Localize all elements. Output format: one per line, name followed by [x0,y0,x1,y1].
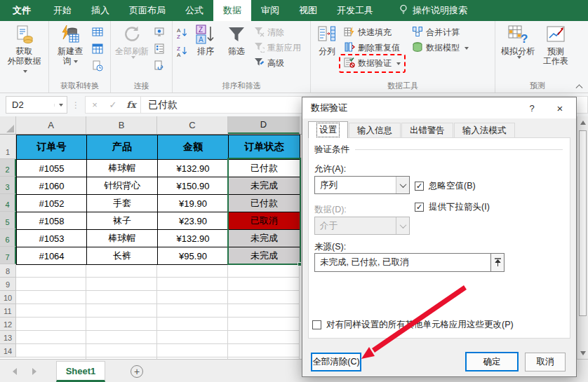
table-header-cell[interactable]: 订单状态 [229,135,300,160]
cell-b6[interactable]: 棒球帽 [87,230,158,247]
table-header-cell[interactable]: 订单号 [17,135,87,160]
cell-a5[interactable]: #1058 [17,212,87,230]
cell-d2-active[interactable]: 已付款 [229,160,300,177]
next-sheet-icon[interactable] [32,368,36,375]
row-header[interactable]: 5 [0,212,16,229]
edit-links-icon[interactable] [154,60,165,73]
cell-b7[interactable]: 长裤 [87,247,158,265]
cell-b5[interactable]: 袜子 [87,212,158,230]
collapse-dialog-button[interactable] [490,253,505,272]
advanced-filter-button[interactable]: 高级 [252,56,303,71]
tab-file[interactable]: 文件 [0,0,44,21]
sort-button[interactable]: ZA 排序 [190,24,221,56]
tab-input-message[interactable]: 输入信息 [349,123,401,138]
row-header[interactable]: 12 [0,318,16,331]
cell-b2[interactable]: 棒球帽 [87,160,158,177]
row-header[interactable]: 14 [0,344,16,357]
row-header[interactable]: 8 [0,264,16,278]
tab-developer[interactable]: 开发工具 [327,0,383,21]
confirm-entry-icon[interactable]: ✓ [104,100,122,110]
show-queries-icon[interactable] [92,27,103,39]
cell-a2[interactable]: #1055 [17,160,87,177]
cell-c7[interactable]: ¥95.90 [158,247,229,265]
scrollbar-thumb[interactable] [579,130,587,316]
tab-error-alert[interactable]: 出错警告 [401,123,453,138]
recent-sources-icon[interactable] [92,60,103,74]
refresh-all-button[interactable]: 全部刷新 [112,24,152,59]
ignore-blank-checkbox[interactable]: ✓ 忽略空值(B) [415,180,476,192]
tab-ime-mode[interactable]: 输入法模式 [454,123,515,138]
clear-all-button[interactable]: 全部清除(C) [311,353,361,371]
add-sheet-button[interactable]: + [131,365,143,378]
row-header[interactable]: 4 [0,194,16,212]
prev-sheet-icon[interactable] [13,368,17,375]
new-query-button[interactable]: 新建查 询 [51,24,90,66]
column-header-b[interactable]: B [86,116,157,134]
cell-d6[interactable]: 未完成 [229,230,300,247]
column-header-c[interactable]: C [157,116,228,134]
reapply-button[interactable]: 重新应用 [252,41,303,55]
row-header[interactable]: 1 [0,135,16,159]
connections-icon[interactable] [154,27,165,39]
cell-d4[interactable]: 已付款 [229,195,300,212]
tab-review[interactable]: 审阅 [251,0,289,21]
source-input[interactable]: 未完成, 已付款, 已取消 [314,253,491,272]
vertical-scrollbar[interactable] [577,116,588,359]
cancel-button[interactable]: 取消 [525,353,566,371]
help-button[interactable]: ? [521,100,542,116]
cell-a6[interactable]: #1053 [17,230,87,247]
text-to-columns-button[interactable]: 分列 [312,24,342,56]
row-header[interactable]: 7 [0,247,16,264]
from-table-icon[interactable] [92,43,103,56]
row-header[interactable]: 6 [0,229,16,247]
select-all-corner[interactable] [0,116,16,134]
cell-c3[interactable]: ¥150.90 [158,177,229,195]
table-header-cell[interactable]: 产品 [87,135,158,160]
what-if-analysis-button[interactable]: ? 模拟分析 [497,24,539,59]
get-external-data-button[interactable]: 获取 外部数据 [5,24,44,76]
data-model-button[interactable]: 数据模型 [410,41,471,55]
cell-a4[interactable]: #1052 [17,195,87,212]
cell-a7[interactable]: #1064 [17,247,87,265]
chevron-down-icon[interactable] [396,177,409,193]
cell-a3[interactable]: #1060 [17,177,87,195]
filter-button[interactable]: 筛选 [221,24,252,56]
tab-formulas[interactable]: 公式 [175,0,213,21]
properties-icon[interactable] [154,43,165,56]
clear-filter-button[interactable]: 清除 [252,25,303,40]
row-header[interactable]: 2 [0,159,16,177]
scroll-up-icon[interactable] [577,116,588,128]
close-button[interactable]: × [549,100,570,116]
tab-insert[interactable]: 插入 [81,0,119,21]
row-header[interactable]: 13 [0,331,16,344]
tell-me-search[interactable]: 操作说明搜索 [399,0,467,21]
collapse-ribbon-icon[interactable] [577,83,582,89]
insert-function-icon[interactable]: fx [122,100,140,110]
cell-c6[interactable]: ¥132.90 [158,230,229,247]
cell-c5[interactable]: ¥23.90 [158,212,229,230]
forecast-sheet-button[interactable]: 预测 工作表 [539,24,573,66]
row-header[interactable]: 3 [0,177,16,194]
remove-duplicates-button[interactable]: 删除重复值 [342,41,403,55]
column-header-a[interactable]: A [16,116,86,134]
row-header[interactable]: 9 [0,278,16,291]
consolidate-button[interactable]: 合并计算 [410,25,471,40]
tab-view[interactable]: 视图 [289,0,327,21]
cell-b4[interactable]: 手套 [87,195,158,212]
row-header[interactable]: 10 [0,291,16,304]
scroll-down-icon[interactable] [577,347,588,359]
cell-b3[interactable]: 针织背心 [87,177,158,195]
name-box[interactable]: D2 [6,96,67,114]
cell-d3[interactable]: 未完成 [229,177,300,195]
row-header[interactable]: 11 [0,304,16,318]
chevron-down-icon[interactable] [54,104,67,107]
in-cell-dropdown-checkbox[interactable]: ✓ 提供下拉箭头(I) [415,201,490,213]
flash-fill-button[interactable]: 快速填充 [342,25,403,40]
sort-ascending-icon[interactable]: AZ [176,27,188,41]
cell-d5-cancelled[interactable]: 已取消 [229,212,300,230]
cell-d7[interactable]: 未完成 [229,247,300,265]
sort-descending-icon[interactable]: ZA [176,45,188,59]
tab-home[interactable]: 开始 [44,0,81,21]
cell-c2[interactable]: ¥132.90 [158,160,229,177]
tab-data[interactable]: 数据 [213,0,251,21]
